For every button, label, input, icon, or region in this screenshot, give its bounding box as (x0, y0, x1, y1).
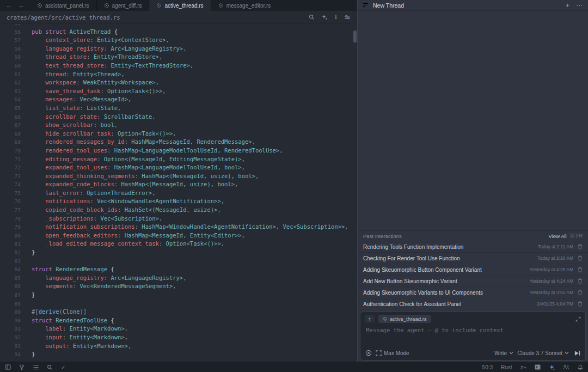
search-icon[interactable] (47, 364, 53, 370)
notification-bell-icon[interactable] (578, 364, 583, 370)
code-line[interactable]: 88 (0, 300, 357, 308)
code-line[interactable]: 85 language_registry: Arc<LanguageRegist… (0, 274, 357, 283)
code-line[interactable]: 58 language_registry: Arc<LanguageRegist… (0, 45, 357, 53)
tab-active_thread.rs[interactable]: active_thread.rs (149, 0, 211, 11)
terminal-icon[interactable] (535, 364, 541, 370)
code-line[interactable]: 63 save_thread_task: Option<Task<()>>, (0, 87, 357, 96)
line-number: 57 (0, 36, 21, 45)
code-line[interactable]: 69 rendered_messages_by_id: HashMap<Mess… (0, 138, 357, 147)
delete-interaction-icon[interactable] (578, 267, 583, 272)
past-interaction-item[interactable]: Authentication Check for Assistant Panel… (358, 298, 588, 309)
code-line[interactable]: 70 rendered_tool_uses: HashMap<LanguageM… (0, 147, 357, 155)
edit-prediction-icon[interactable]: Z+ (520, 364, 526, 370)
code-line[interactable]: 55 (0, 24, 357, 28)
editor-controls-icon[interactable] (344, 14, 351, 20)
code-line[interactable]: 56pub struct ActiveThread { (0, 28, 357, 36)
view-all-button[interactable]: View All (549, 233, 567, 239)
code-line[interactable]: 75 last_error: Option<ThreadError>, (0, 189, 357, 198)
thread-history-menu-icon[interactable] (363, 3, 369, 8)
rust-file-icon (382, 316, 388, 322)
delete-interaction-icon[interactable] (578, 301, 583, 307)
inline-assist-icon[interactable] (322, 14, 328, 20)
line-number: 91 (0, 325, 21, 333)
code-line[interactable]: 94} (0, 350, 357, 359)
code-line[interactable]: 71 editing_message: Option<(MessageId, E… (0, 155, 357, 164)
code-line[interactable]: 87} (0, 291, 357, 300)
code-line[interactable]: 91 label: Entity<Markdown>, (0, 325, 357, 333)
editor-scrollbar[interactable] (353, 24, 357, 362)
code-line[interactable]: 59 thread_store: Entity<ThreadStore>, (0, 53, 357, 62)
code-line[interactable]: 92 input: Entity<Markdown>, (0, 333, 357, 342)
new-thread-button[interactable]: + (565, 2, 569, 9)
code-line[interactable]: 89#[derive(Clone)] (0, 308, 357, 316)
outline-panel-icon[interactable] (33, 365, 39, 370)
delete-interaction-icon[interactable] (578, 255, 583, 261)
code-editor[interactable]: 5556pub struct ActiveThread {57 context_… (0, 24, 357, 362)
code-line[interactable]: 90struct RenderedToolUse { (0, 316, 357, 325)
code-line[interactable]: 83 (0, 257, 357, 266)
code-line[interactable]: 74 expanded_code_blocks: HashMap<(Messag… (0, 180, 357, 189)
code-line[interactable]: 61 thread: Entity<Thread>, (0, 70, 357, 79)
code-line[interactable]: 82} (0, 248, 357, 257)
past-interaction-item[interactable]: Adding Skeuomorphic Variants to UI Compo… (358, 286, 588, 298)
past-interaction-item[interactable]: Adding Skeuomorphic Button Component Var… (358, 264, 588, 275)
mode-selector[interactable]: Write (494, 350, 513, 356)
send-button[interactable] (574, 350, 580, 356)
code-line[interactable]: 67 show_scrollbar: bool, (0, 121, 357, 130)
context-chip[interactable]: active_thread.rs (378, 315, 431, 323)
tab-message_editor.rs[interactable]: message_editor.rs (211, 0, 279, 11)
nav-back-icon[interactable]: ← (6, 3, 12, 9)
code-line[interactable]: 57 context_store: Entity<ContextStore>, (0, 36, 357, 45)
past-interaction-item[interactable]: Rendering Tools Function ImplementationT… (358, 241, 588, 252)
code-line[interactable]: 93 output: Entity<Markdown>, (0, 342, 357, 351)
code-line[interactable]: 64 messages: Vec<MessageId>, (0, 95, 357, 104)
line-content: hide_scrollbar_task: Option<Task<()>>, (21, 130, 176, 138)
add-context-button[interactable]: + (365, 315, 375, 323)
editor-scrollbar-thumb[interactable] (353, 31, 357, 42)
line-number: 81 (0, 240, 21, 248)
past-interaction-item[interactable]: Checking For Render Tool Use FunctionTod… (358, 252, 588, 264)
project-panel-icon[interactable] (5, 364, 11, 370)
code-line[interactable]: 80 open_feedback_editors: HashMap<Messag… (0, 231, 357, 240)
cursor-position[interactable]: 50:3 (482, 364, 493, 370)
delete-interaction-icon[interactable] (578, 278, 583, 284)
max-mode-toggle[interactable]: Max Mode (376, 350, 409, 356)
model-selector[interactable]: Claude 3.7 Sonnet (517, 350, 569, 356)
code-line[interactable]: 79 notification_subscriptions: HashMap<W… (0, 223, 357, 231)
code-line[interactable]: 81 _load_edited_message_context_task: Op… (0, 240, 357, 248)
code-line[interactable]: 68 hide_scrollbar_task: Option<Task<()>>… (0, 130, 357, 138)
tab-label: assistant_panel.rs (45, 3, 89, 9)
delete-interaction-icon[interactable] (578, 244, 583, 249)
language-selector[interactable]: Rust (501, 364, 512, 370)
git-branch-icon[interactable] (19, 364, 24, 370)
diagnostics-icon[interactable]: ✓ (61, 364, 65, 370)
breadcrumb[interactable]: crates/agent/src/active_thread.rs (7, 14, 120, 21)
delete-interaction-icon[interactable] (578, 290, 583, 295)
message-composer[interactable]: + active_thread.rs Message the agent – @… (360, 312, 586, 361)
selection-mode-icon[interactable]: I (335, 14, 337, 20)
assistant-panel-icon[interactable] (549, 364, 555, 370)
code-line[interactable]: 76 notifications: Vec<WindowHandle<Agent… (0, 197, 357, 206)
panel-options-icon[interactable]: ⋯ (576, 2, 583, 9)
code-line[interactable]: 78 _subscriptions: Vec<Subscription>, (0, 215, 357, 223)
x-circle-icon[interactable] (365, 350, 372, 356)
code-line[interactable]: 84struct RenderedMessage { (0, 265, 357, 274)
line-content: input: Entity<Markdown>, (21, 333, 128, 342)
interaction-title: Rendering Tools Function Implementation (363, 244, 463, 250)
past-interaction-item[interactable]: Add New Button Skeuomorphic VariantYeste… (358, 275, 588, 286)
code-line[interactable]: 73 expanded_thinking_segments: HashMap<(… (0, 172, 357, 181)
code-line[interactable]: 66 scrollbar_state: ScrollbarState, (0, 113, 357, 121)
code-line[interactable]: 65 list_state: ListState, (0, 104, 357, 113)
expand-composer-icon[interactable] (575, 316, 581, 322)
code-line[interactable]: 72 expanded_tool_uses: HashMap<LanguageM… (0, 163, 357, 172)
tab-agent_diff.rs[interactable]: agent_diff.rs (97, 0, 150, 11)
code-line[interactable]: 62 workspace: WeakEntity<Workspace>, (0, 78, 357, 87)
collab-panel-icon[interactable] (563, 364, 569, 370)
code-line[interactable]: 77 copied_code_block_ids: HashSet<(Messa… (0, 206, 357, 215)
nav-forward-icon[interactable]: → (18, 3, 24, 9)
code-line[interactable]: 86 segments: Vec<RenderedMessageSegment>… (0, 282, 357, 291)
buffer-search-icon[interactable] (309, 14, 315, 20)
code-line[interactable]: 60 text_thread_store: Entity<TextThreadS… (0, 62, 357, 70)
message-input[interactable]: Message the agent – @ to include context (360, 323, 585, 350)
tab-assistant_panel.rs[interactable]: assistant_panel.rs (30, 0, 97, 11)
